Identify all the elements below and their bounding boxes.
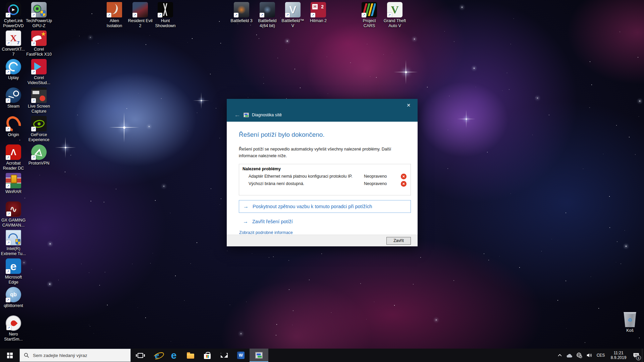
desktop-icon-gta-v[interactable]: Grand Theft Auto V	[382, 2, 408, 28]
onedrive-tray-button[interactable]	[564, 349, 574, 362]
desktop-icon-nero[interactable]: Nero StartSm...	[1, 315, 26, 342]
uplay-icon	[6, 59, 21, 74]
star	[252, 253, 252, 254]
fastflick-icon	[31, 31, 47, 46]
desktop-icon-alien-isolation[interactable]: Alien Isolation	[102, 2, 127, 28]
desktop-icon-gx-gaming[interactable]: GX GAMING CAVIMAN...	[1, 201, 26, 228]
desktop-icon-cyberlink-powerdvd[interactable]: CyberLink PowerDVD 18	[1, 2, 26, 29]
feedback-command-link[interactable]: Poskytnout zpětnou vazbu k tomuto poradc…	[239, 200, 411, 213]
desktop-icon-geforce[interactable]: GeForce Experience	[26, 116, 52, 142]
desktop-icon-qbittorrent[interactable]: qBittorrent	[1, 287, 26, 308]
star	[436, 319, 437, 320]
desktop-icon-label: Project CARS	[357, 18, 382, 28]
problem-text: Výchozí brána není dostupná.	[249, 181, 364, 186]
network-diagnostics-app-icon	[244, 113, 249, 117]
star	[89, 273, 89, 273]
shortcut-arrow-icon	[31, 127, 36, 131]
star	[635, 154, 636, 155]
back-arrow-icon[interactable]	[234, 112, 240, 118]
star	[49, 284, 50, 285]
desktop-icon-steam[interactable]: Steam	[1, 87, 26, 109]
details-link[interactable]: Zobrazit podrobné informace	[239, 230, 293, 235]
shortcut-arrow-icon	[6, 127, 10, 131]
search-input[interactable]: Sem zadejte hledaný výraz	[19, 349, 131, 362]
chevron-up-icon	[558, 354, 562, 357]
star	[197, 242, 197, 243]
language-indicator[interactable]: CES	[594, 349, 607, 362]
start-button[interactable]	[0, 349, 19, 362]
star	[557, 300, 558, 301]
star	[79, 36, 79, 36]
desktop-icon-livescreen[interactable]: Live Screen Capture	[26, 87, 52, 114]
show-desktop-button[interactable]	[642, 349, 644, 362]
star	[367, 44, 367, 44]
desktop-icon-resident-evil-2[interactable]: Resident Evil 2	[127, 2, 153, 28]
star	[427, 87, 428, 87]
desktop-icon-acrobat[interactable]: Acrobat Reader DC	[1, 144, 26, 171]
star	[227, 251, 227, 251]
volume-tray-button[interactable]	[584, 349, 594, 362]
error-icon	[401, 174, 407, 179]
desktop-icon-battlefield-3[interactable]: Battlefield 3	[229, 2, 254, 23]
file-explorer-button[interactable]	[182, 349, 199, 362]
desktop-icon-label: Live Screen Capture	[26, 104, 52, 114]
desktop-icon-battlefield-4[interactable]: Battlefield 4(64 bit)	[255, 2, 280, 28]
network-tray-button[interactable]	[574, 349, 584, 362]
word-button[interactable]	[233, 349, 249, 362]
star	[276, 335, 276, 336]
network-diagnostics-taskbar-button[interactable]	[250, 349, 268, 362]
desktop-icon-gpuz[interactable]: TechPowerUp GPU-Z	[26, 2, 52, 28]
edge-button[interactable]: e	[166, 349, 182, 362]
desktop-icon-intel-xtu[interactable]: Intel(R) Extreme Tu...	[1, 230, 26, 256]
star	[484, 253, 484, 254]
close-troubleshooter-command-link[interactable]: Zavřít řešení potíží	[239, 218, 411, 226]
star	[90, 37, 91, 38]
star	[328, 94, 328, 94]
steam-icon	[6, 87, 21, 103]
star	[107, 305, 108, 305]
star	[24, 198, 25, 198]
window-header: Diagnostika sítě	[227, 99, 418, 122]
star	[420, 257, 421, 258]
star	[509, 89, 509, 90]
clock[interactable]: 11:21 8.9.2019	[607, 349, 630, 362]
convertx-icon	[6, 31, 21, 46]
star	[566, 281, 566, 281]
desktop-icon-label: Nero StartSm...	[1, 332, 26, 342]
task-view-button[interactable]	[132, 349, 148, 362]
desktop-icon-battlefield-v[interactable]: Battlefield™ V	[280, 2, 306, 28]
star	[413, 284, 414, 285]
mail-button[interactable]	[216, 349, 232, 362]
desktop-icon-origin[interactable]: Origin	[1, 116, 26, 137]
desktop-icon-protonvpn[interactable]: ProtonVPN	[26, 144, 52, 166]
star	[276, 324, 277, 325]
star	[589, 107, 590, 108]
tray-expand-button[interactable]	[555, 349, 564, 362]
internet-explorer-button[interactable]: e	[149, 349, 165, 362]
recycle-bin[interactable]: Koš	[616, 310, 644, 333]
star	[92, 13, 92, 14]
desktop-icon-hitman-2[interactable]: Hitman 2	[306, 2, 331, 23]
desktop-icon-winrar[interactable]: WinRAR	[1, 173, 26, 194]
recycle-bin-icon	[623, 310, 637, 327]
close-icon[interactable]	[403, 101, 414, 110]
star	[616, 125, 617, 126]
desktop-icon-videostudio[interactable]: Corel VideoStud...	[26, 59, 52, 85]
desktop-icon-hunt-showdown[interactable]: Hunt Showdown	[153, 2, 178, 28]
close-troubleshooter-link-label: Zavřít řešení potíží	[252, 219, 293, 224]
action-center-button[interactable]: 1	[630, 349, 642, 362]
desktop-icon-edge[interactable]: Microsoft Edge	[1, 258, 26, 285]
edge-icon	[6, 258, 21, 274]
desktop-icon-convertx[interactable]: ConvertXT... 7	[1, 31, 26, 57]
star	[360, 283, 361, 284]
store-button[interactable]	[199, 349, 215, 362]
star	[447, 168, 448, 169]
desktop-icon-label: Hitman 2	[310, 18, 327, 23]
desktop-icon-fastflick[interactable]: Corel FastFlick X10	[26, 31, 52, 57]
desktop-icon-uplay[interactable]: Uplay	[1, 59, 26, 80]
star	[583, 169, 583, 169]
star	[277, 58, 278, 58]
close-dialog-button[interactable]: Zavřít	[386, 237, 411, 245]
star	[155, 200, 156, 201]
desktop-icon-project-cars[interactable]: Project CARS	[357, 2, 382, 28]
